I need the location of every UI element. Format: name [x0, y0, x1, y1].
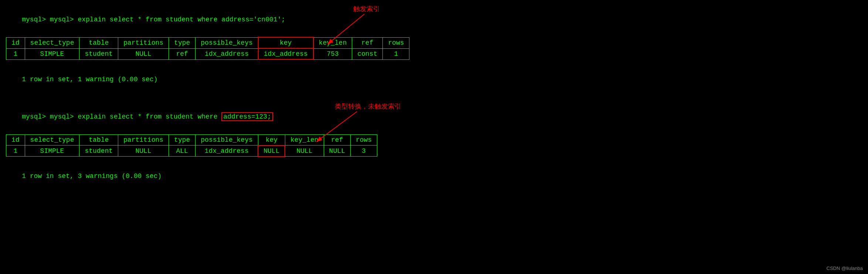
table-header-row-2: id select_type table partitions type pos…	[6, 134, 377, 145]
col2-rows: rows	[350, 134, 377, 145]
col2-select-type: select_type	[25, 134, 79, 145]
cell-key-1: idx_address	[258, 48, 313, 59]
watermark: CSDN @liulanba	[827, 266, 863, 271]
cell-type-1: ref	[169, 48, 195, 59]
col2-table: table	[79, 134, 118, 145]
annotation-1: 触发索引	[353, 4, 380, 13]
cell-rows-1: 1	[383, 48, 409, 59]
col2-partitions: partitions	[118, 134, 169, 145]
table1: id select_type table partitions type pos…	[6, 37, 862, 60]
col2-type: type	[169, 134, 195, 145]
col-key-len: key_len	[313, 37, 352, 48]
col2-key: key	[258, 134, 285, 145]
table-header-row-1: id select_type table partitions type pos…	[6, 37, 409, 48]
col2-ref: ref	[324, 134, 350, 145]
col-partitions: partitions	[118, 37, 169, 48]
cell2-type: ALL	[169, 145, 195, 157]
col2-possible-keys: possible_keys	[195, 134, 258, 145]
col-id: id	[6, 37, 25, 48]
sql-command-1: mysql> explain select * from student whe…	[50, 16, 285, 23]
prompt-line-2: mysql> mysql> explain select * from stud…	[6, 101, 862, 133]
prompt-line-1: mysql> mysql> explain select * from stud…	[6, 4, 862, 35]
cell2-table: student	[79, 145, 118, 157]
table-data-row-2: 1 SIMPLE student NULL ALL idx_address NU…	[6, 145, 377, 157]
cell2-possible-keys: idx_address	[195, 145, 258, 157]
cell2-key: NULL	[258, 145, 285, 157]
section1: mysql> mysql> explain select * from stud…	[6, 4, 862, 97]
col-rows: rows	[383, 37, 409, 48]
col-table: table	[79, 37, 118, 48]
cell2-ref: NULL	[324, 145, 350, 157]
cell-table-1: student	[79, 48, 118, 59]
col-key: key	[258, 37, 313, 48]
cell-key-len-1: 753	[313, 48, 352, 59]
cell-ref-1: const	[352, 48, 383, 59]
cell-id-1: 1	[6, 48, 25, 59]
cell2-id: 1	[6, 145, 25, 157]
cell2-select-type: SIMPLE	[25, 145, 79, 157]
cell-possible-keys-1: idx_address	[195, 48, 258, 59]
cell-partitions-1: NULL	[118, 48, 169, 59]
prompt-symbol: mysql>	[22, 16, 50, 23]
section2: mysql> mysql> explain select * from stud…	[6, 101, 862, 195]
cell2-key-len: NULL	[285, 145, 324, 157]
table2: id select_type table partitions type pos…	[6, 134, 862, 157]
sql-highlight-2: address=123;	[221, 112, 273, 121]
annotation-2: 类型转换，未触发索引	[335, 102, 401, 111]
cell2-partitions: NULL	[118, 145, 169, 157]
cell2-rows: 3	[350, 145, 377, 157]
table-data-row-1: 1 SIMPLE student NULL ref idx_address id…	[6, 48, 409, 59]
col-possible-keys: possible_keys	[195, 37, 258, 48]
col2-id: id	[6, 134, 25, 145]
mysql-explain-table-1: id select_type table partitions type pos…	[6, 37, 409, 60]
sql-prefix-2: mysql> explain select * from student whe…	[50, 113, 221, 120]
col-select-type: select_type	[25, 37, 79, 48]
col-type: type	[169, 37, 195, 48]
prompt-symbol-2: mysql>	[22, 113, 50, 120]
col-ref: ref	[352, 37, 383, 48]
mysql-explain-table-2: id select_type table partitions type pos…	[6, 134, 377, 157]
result-line-2: 1 row in set, 3 warnings (0.00 sec)	[6, 158, 862, 194]
result-line-1: 1 row in set, 1 warning (0.00 sec)	[6, 61, 862, 97]
cell-select-type-1: SIMPLE	[25, 48, 79, 59]
col2-key-len: key_len	[285, 134, 324, 145]
